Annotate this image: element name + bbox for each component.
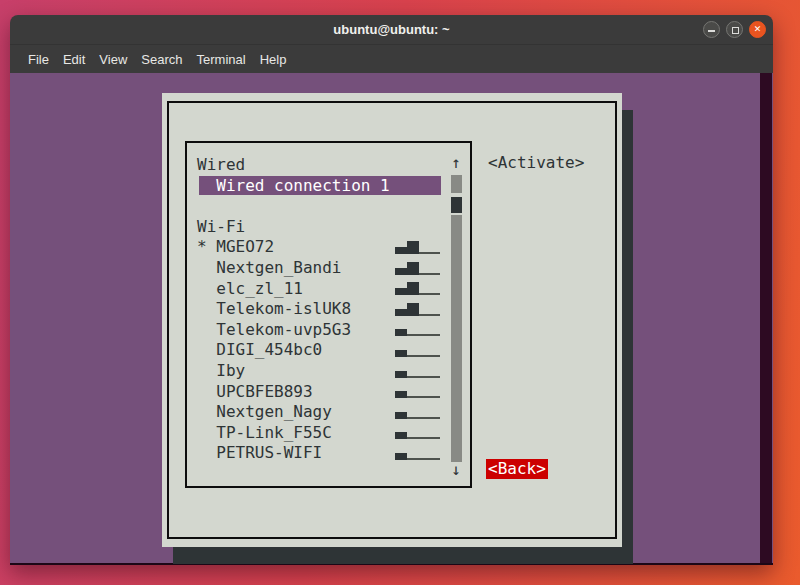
network-row[interactable]: Nextgen_Bandi xyxy=(187,258,470,279)
menu-item-view[interactable]: View xyxy=(99,52,127,67)
connection-list-rows: Wired Wired connection 1Wi-Fi* MGEO72 Ne… xyxy=(187,143,470,486)
signal-strength-icon xyxy=(395,261,440,275)
signal-strength-icon xyxy=(395,322,440,336)
section-label-text: Wi-Fi xyxy=(187,217,470,238)
terminal-window: ubuntu@ubuntu: ~ ✕ FileEditViewSearchTer… xyxy=(10,15,773,565)
menu-item-help[interactable]: Help xyxy=(260,52,287,67)
minimize-button[interactable] xyxy=(703,21,720,38)
connection-list: Wired Wired connection 1Wi-Fi* MGEO72 Ne… xyxy=(185,141,472,488)
scrollbar-thumb[interactable] xyxy=(451,197,462,213)
signal-strength-icon xyxy=(395,384,440,398)
signal-strength-icon xyxy=(395,302,440,316)
signal-strength-icon xyxy=(395,425,440,439)
scrollbar-track[interactable] xyxy=(451,215,462,462)
network-row[interactable]: * MGEO72 xyxy=(187,237,470,258)
menu-item-file[interactable]: File xyxy=(28,52,49,67)
activate-button[interactable]: <Activate> xyxy=(488,153,584,172)
titlebar[interactable]: ubuntu@ubuntu: ~ ✕ xyxy=(10,15,773,45)
network-name: Wired connection 1 xyxy=(187,176,470,197)
network-row[interactable]: DIGI_454bc0 xyxy=(187,340,470,361)
terminal-scrollbar-gutter[interactable] xyxy=(760,73,772,563)
window-title: ubuntu@ubuntu: ~ xyxy=(10,15,773,45)
network-row[interactable]: TP-Link_F55C xyxy=(187,423,470,444)
back-button[interactable]: <Back> xyxy=(486,459,548,479)
section-label-wired: Wired xyxy=(187,155,470,176)
scrollbar-track[interactable] xyxy=(451,175,462,193)
desktop-wallpaper: ubuntu@ubuntu: ~ ✕ FileEditViewSearchTer… xyxy=(0,0,800,585)
signal-strength-icon xyxy=(395,240,440,254)
section-label-wi-fi: Wi-Fi xyxy=(187,217,470,238)
network-row[interactable]: PETRUS-WIFI xyxy=(187,443,470,464)
menu-item-search[interactable]: Search xyxy=(141,52,182,67)
signal-strength-icon xyxy=(395,405,440,419)
terminal-viewport: Wired Wired connection 1Wi-Fi* MGEO72 Ne… xyxy=(10,73,773,565)
scroll-down-icon[interactable]: ↓ xyxy=(449,460,463,480)
signal-strength-icon xyxy=(395,364,440,378)
maximize-button[interactable] xyxy=(726,21,743,38)
section-label-text: Wired xyxy=(187,155,470,176)
signal-strength-icon xyxy=(395,446,440,460)
close-button[interactable]: ✕ xyxy=(749,21,766,38)
signal-strength-icon xyxy=(395,281,440,295)
signal-strength-icon xyxy=(395,343,440,357)
menu-item-edit[interactable]: Edit xyxy=(63,52,85,67)
network-row[interactable]: Iby xyxy=(187,361,470,382)
nmtui-dialog: Wired Wired connection 1Wi-Fi* MGEO72 Ne… xyxy=(162,93,622,547)
network-row[interactable]: Telekom-islUK8 xyxy=(187,299,470,320)
window-controls: ✕ xyxy=(703,21,766,38)
list-spacer-row xyxy=(187,196,470,217)
network-row[interactable]: UPCBFEB893 xyxy=(187,382,470,403)
network-row[interactable]: Nextgen_Nagy xyxy=(187,402,470,423)
network-row[interactable]: Wired connection 1 xyxy=(187,176,470,197)
menubar: FileEditViewSearchTerminalHelp xyxy=(10,45,773,73)
network-row[interactable]: elc_zl_11 xyxy=(187,279,470,300)
menu-item-terminal[interactable]: Terminal xyxy=(197,52,246,67)
scroll-up-icon[interactable]: ↑ xyxy=(449,153,463,173)
network-row[interactable]: Telekom-uvp5G3 xyxy=(187,320,470,341)
